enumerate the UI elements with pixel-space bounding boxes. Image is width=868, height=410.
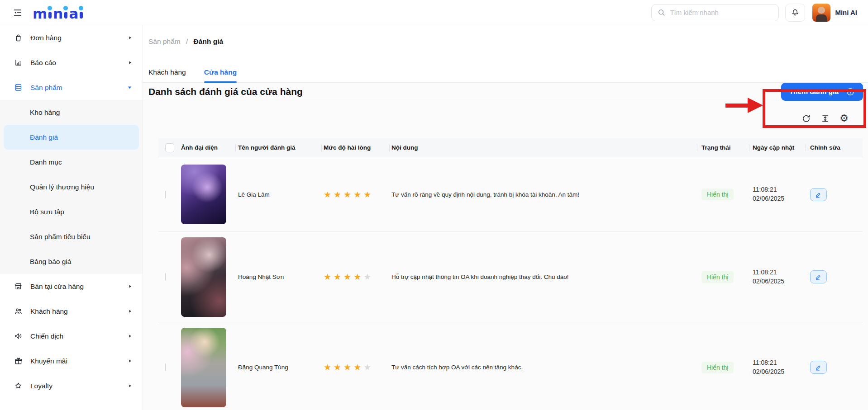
review-content: Tư vấn cách tích hợp OA với các nền tảng… — [389, 364, 697, 371]
reviewer-name: Lê Gia Lâm — [235, 191, 321, 198]
col-header-updated: Ngày cập nhật — [749, 138, 806, 157]
table-row: Lê Gia Lâm ★★★★★ Tư vấn rõ ràng về quy đ… — [158, 157, 863, 232]
notifications-button[interactable] — [785, 4, 805, 22]
sidebar-subitem-label: Bảng báo giá — [30, 258, 71, 266]
star-icon — [14, 382, 23, 390]
row-height-icon[interactable] — [820, 113, 830, 124]
updated-time: 11:08:21 — [753, 185, 806, 194]
tab-cua-hang[interactable]: Cửa hàng — [204, 68, 237, 82]
app-window: mna Mini AI — [0, 0, 868, 410]
col-header-edit: Chỉnh sửa — [806, 138, 863, 157]
row-checkbox[interactable] — [165, 273, 166, 281]
chevron-right-icon — [128, 309, 133, 314]
updated-date: 02/06/2025 — [753, 277, 806, 286]
col-header-rating: Mức độ hài lòng — [321, 138, 389, 157]
title-band: Danh sách đánh giá của cửa hàng Thêm đán… — [143, 83, 868, 101]
sidebar-subitem-san-pham-tieu-bieu[interactable]: Sản phẩm tiêu biểu — [0, 224, 143, 249]
bell-icon — [791, 8, 800, 17]
sidebar-item-chien-dich[interactable]: Chiến dịch — [0, 324, 143, 349]
status-badge: Hiển thị — [701, 271, 734, 283]
row-checkbox[interactable] — [165, 191, 166, 198]
sidebar-item-khach-hang[interactable]: Khách hàng — [0, 299, 143, 324]
user-name: Mini AI — [835, 9, 857, 16]
sidebar-item-don-hang[interactable]: Đơn hàng — [0, 25, 143, 50]
sidebar-item-label: Bán tại cửa hàng — [30, 283, 128, 291]
order-bag-icon — [14, 33, 23, 42]
topbar: mna Mini AI — [0, 0, 868, 25]
chevron-right-icon — [128, 383, 133, 388]
col-header-status: Trạng thái — [697, 138, 749, 157]
status-badge: Hiển thị — [701, 362, 734, 373]
sidebar-subitem-bo-suu-tap[interactable]: Bộ sưu tập — [0, 199, 143, 224]
main-content: Sản phẩm / Đánh giá Khách hàng Cửa hàng … — [143, 25, 868, 410]
sidebar-item-khuyen-mai[interactable]: Khuyến mãi — [0, 349, 143, 373]
reviewer-photo — [181, 328, 226, 407]
reviewer-photo — [181, 165, 226, 224]
refresh-icon[interactable] — [801, 113, 811, 124]
settings-gear-icon[interactable]: ⚙ — [839, 113, 849, 124]
sidebar-item-ban-tai-cua-hang[interactable]: Bán tại cửa hàng — [0, 274, 143, 299]
updated-date: 02/06/2025 — [753, 194, 806, 203]
sidebar-subitem-label: Đánh giá — [30, 133, 58, 141]
status-badge: Hiển thị — [701, 189, 734, 200]
chevron-right-icon — [128, 334, 133, 339]
chevron-right-icon — [128, 358, 133, 363]
edit-button[interactable] — [810, 270, 827, 283]
app-logo[interactable]: mna — [33, 5, 84, 20]
quick-search — [651, 4, 779, 21]
review-content: Hỗ trợ cập nhật thông tin OA khi doanh n… — [389, 273, 697, 280]
reviews-table: Ảnh đại diện Tên người đánh giá Mức độ h… — [158, 138, 863, 410]
sidebar-subitem-kho-hang[interactable]: Kho hàng — [0, 100, 143, 125]
plus-circle-icon — [846, 87, 855, 96]
sidebar-item-label: Khuyến mãi — [30, 357, 128, 365]
customers-icon — [14, 307, 23, 316]
add-review-button[interactable]: Thêm đánh giá — [781, 83, 863, 101]
search-input[interactable] — [670, 9, 773, 16]
col-header-name: Tên người đánh giá — [235, 138, 321, 157]
edit-button[interactable] — [810, 361, 827, 374]
table-row: Đặng Quang Tùng ★★★★★ Tư vấn cách tích h… — [158, 322, 863, 410]
edit-button[interactable] — [810, 188, 827, 201]
breadcrumb-parent[interactable]: Sản phẩm — [148, 38, 181, 45]
sidebar-subitem-bang-bao-gia[interactable]: Bảng báo giá — [0, 249, 143, 274]
row-checkbox[interactable] — [165, 363, 166, 371]
chevron-right-icon — [128, 284, 133, 289]
sidebar-subitem-danh-gia[interactable]: Đánh giá — [4, 125, 139, 150]
sidebar-item-label: Chiến dịch — [30, 332, 128, 340]
sidebar: Đơn hàng Báo cáo — [0, 25, 143, 410]
select-all-checkbox[interactable] — [165, 143, 174, 152]
breadcrumb: Sản phẩm / Đánh giá — [143, 25, 868, 46]
sidebar-item-san-pham[interactable]: Sản phẩm — [0, 75, 143, 100]
page-title: Danh sách đánh giá của cửa hàng — [148, 86, 303, 97]
chevron-down-icon — [127, 85, 133, 90]
product-box-icon — [14, 83, 23, 92]
sidebar-item-bao-cao[interactable]: Báo cáo — [0, 50, 143, 75]
gift-icon — [14, 357, 23, 365]
sidebar-subitem-quan-ly-thuong-hieu[interactable]: Quản lý thương hiệu — [0, 174, 143, 199]
report-chart-icon — [14, 58, 23, 67]
rating-stars: ★★★★★ — [324, 274, 373, 281]
sidebar-subitem-label: Bộ sưu tập — [30, 208, 64, 216]
pencil-icon — [815, 191, 822, 198]
rating-stars: ★★★★★ — [324, 192, 373, 199]
review-content: Tư vấn rõ ràng về quy định nội dung, trá… — [389, 191, 697, 198]
updated-date: 02/06/2025 — [753, 368, 806, 377]
user-avatar[interactable] — [812, 4, 830, 22]
sidebar-item-loyalty[interactable]: Loyalty — [0, 373, 143, 398]
breadcrumb-current: Đánh giá — [194, 38, 223, 45]
pencil-icon — [815, 363, 822, 371]
tab-khach-hang[interactable]: Khách hàng — [148, 68, 186, 82]
sidebar-item-label: Sản phẩm — [30, 84, 127, 92]
reviewer-name: Đặng Quang Tùng — [235, 364, 321, 371]
add-review-label: Thêm đánh giá — [789, 88, 839, 96]
col-header-content: Nội dung — [389, 138, 697, 157]
sidebar-subitem-label: Kho hàng — [30, 108, 60, 117]
table-row: Hoàng Nhật Sơn ★★★★★ Hỗ trợ cập nhật thô… — [158, 232, 863, 322]
sidebar-collapse-icon[interactable] — [12, 7, 24, 19]
sidebar-subitem-label: Danh mục — [30, 158, 62, 166]
sidebar-item-label: Khách hàng — [30, 307, 128, 316]
sidebar-subitem-danh-muc[interactable]: Danh mục — [0, 150, 143, 174]
table-toolbar: ⚙ — [143, 101, 868, 124]
table-header: Ảnh đại diện Tên người đánh giá Mức độ h… — [158, 138, 863, 157]
reviewer-name: Hoàng Nhật Sơn — [235, 273, 321, 280]
